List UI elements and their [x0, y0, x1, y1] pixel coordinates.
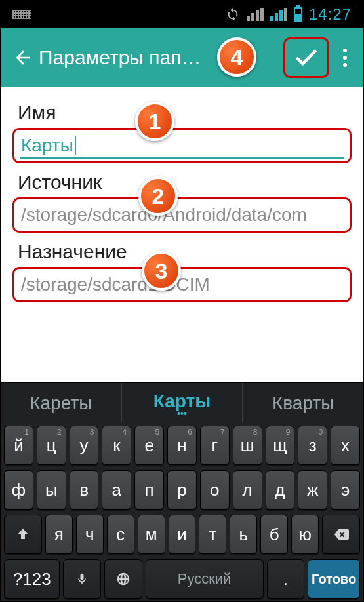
keyboard-row-3: ячсмитьбю [1, 512, 363, 557]
suggestion-1[interactable]: Кареты [1, 383, 122, 423]
annotation-badge-2: 2 [138, 176, 178, 216]
key-е[interactable]: е5 [134, 426, 164, 465]
key-ы[interactable]: ы [37, 470, 66, 510]
shift-key[interactable] [4, 515, 42, 554]
confirm-button[interactable] [283, 37, 329, 78]
key-и[interactable]: и [169, 515, 196, 554]
overflow-menu-button[interactable] [333, 49, 357, 67]
folder-params-form: Имя Карты Источник /storage/sdcard0/Andr… [1, 87, 363, 314]
sync-icon [226, 7, 240, 22]
key-ф[interactable]: ф [4, 470, 33, 510]
name-label: Имя [18, 102, 352, 124]
keyboard-row-4: ?123 Русский . Готово [1, 557, 363, 601]
key-м[interactable]: м [138, 515, 165, 554]
text-cursor [75, 136, 76, 155]
key-л[interactable]: л [233, 470, 262, 510]
app-bar: Параметры пап… [1, 28, 363, 87]
key-с[interactable]: с [107, 515, 134, 554]
signal-icon-2 [270, 8, 287, 21]
keyboard-row-2: фывапролджэ [1, 468, 363, 512]
clock: 14:27 [309, 5, 352, 24]
key-у[interactable]: у3 [70, 426, 99, 465]
battery-icon [294, 7, 302, 22]
destination-input[interactable]: /storage/sdcard1/DCIM [12, 267, 352, 302]
source-input[interactable]: /storage/sdcard0/Android/data/com [12, 197, 352, 233]
name-input-value: Карты [21, 135, 73, 156]
key-ц[interactable]: ц2 [37, 426, 66, 465]
name-input[interactable]: Карты [12, 128, 352, 163]
key-д[interactable]: д [266, 470, 295, 510]
space-key[interactable]: Русский [146, 559, 264, 599]
key-ь[interactable]: ь [230, 515, 257, 554]
source-label: Источник [18, 171, 352, 193]
key-в[interactable]: в [70, 470, 99, 510]
annotation-badge-4: 4 [217, 37, 256, 77]
key-р[interactable]: р [167, 470, 197, 510]
suggestion-3[interactable]: Кварты [243, 383, 363, 423]
back-button[interactable] [7, 42, 39, 73]
key-з[interactable]: з0 [298, 426, 327, 465]
key-щ[interactable]: щ9 [266, 426, 295, 465]
annotation-badge-3: 3 [142, 251, 181, 291]
backspace-key[interactable] [322, 515, 360, 554]
annotation-badge-1: 1 [135, 102, 174, 141]
status-bar: 14:27 [1, 1, 363, 28]
destination-input-value: /storage/sdcard1/DCIM [21, 274, 210, 295]
key-н[interactable]: н6 [167, 426, 197, 465]
keyboard-row-1: й1ц2у3к4е5н6г7ш8щ9з0х [1, 423, 363, 468]
suggestion-2[interactable]: Карты••• [122, 383, 243, 423]
destination-label: Назначение [18, 241, 352, 263]
key-ю[interactable]: ю [291, 515, 319, 554]
key-я[interactable]: я [45, 515, 73, 554]
key-ч[interactable]: ч [76, 515, 104, 554]
key-ш[interactable]: ш8 [233, 426, 262, 465]
period-key[interactable]: . [267, 559, 305, 599]
key-п[interactable]: п [134, 470, 164, 510]
keyboard-status-icon [12, 10, 31, 19]
done-key[interactable]: Готово [308, 559, 360, 599]
key-т[interactable]: т [199, 515, 226, 554]
key-а[interactable]: а [102, 470, 131, 510]
key-г[interactable]: г7 [200, 426, 230, 465]
key-й[interactable]: й1 [4, 426, 33, 465]
key-х[interactable]: х [331, 426, 360, 465]
key-о[interactable]: о [200, 470, 230, 510]
key-к[interactable]: к4 [102, 426, 131, 465]
key-б[interactable]: б [260, 515, 288, 554]
signal-icon [247, 8, 264, 21]
soft-keyboard: Кареты Карты••• Кварты й1ц2у3к4е5н6г7ш8щ… [1, 382, 363, 601]
symbols-key[interactable]: ?123 [4, 559, 60, 599]
key-ж[interactable]: ж [298, 470, 327, 510]
globe-key[interactable] [104, 559, 142, 599]
key-э[interactable]: э [331, 470, 360, 510]
voice-key[interactable] [63, 559, 101, 599]
suggestion-bar: Кареты Карты••• Кварты [1, 382, 363, 423]
